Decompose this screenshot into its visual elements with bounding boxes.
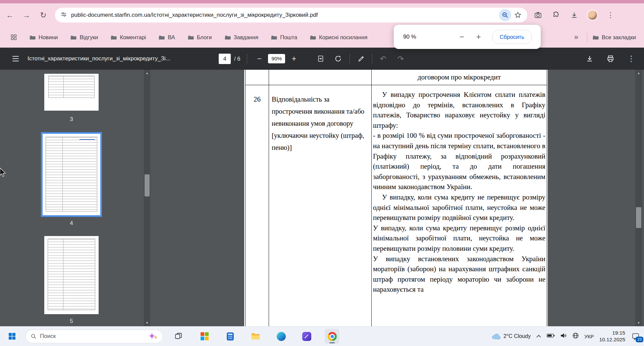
pdf-more-button[interactable]: ⋮ [624, 52, 639, 65]
page-zoom-indicator[interactable] [499, 9, 511, 21]
folder-icon [30, 35, 36, 40]
clock[interactable]: 19:15 10.12.2025 [599, 330, 625, 343]
notification-center-button[interactable]: 23 [631, 331, 641, 341]
volume-icon[interactable] [560, 333, 567, 340]
folder-icon [271, 35, 277, 40]
zoom-popup-minus-button[interactable]: − [454, 30, 469, 44]
thumbnail-page-3[interactable] [44, 74, 99, 111]
pdf-content-area: 3 4 5 ▲ ▼ договором про мікрокредит 26 [0, 70, 644, 326]
all-bookmarks-button[interactable]: Все закладки [593, 34, 636, 41]
page-number-input[interactable]: 4 [219, 54, 231, 64]
zoom-reset-button[interactable]: Сбросить [492, 30, 532, 44]
cloud-icon [491, 333, 501, 340]
bookmark-folder-komentari[interactable]: Коментарі [111, 34, 146, 41]
reload-button[interactable]: ↻ [36, 8, 50, 22]
chrome-browser-icon[interactable] [325, 329, 339, 344]
bookmark-folder-blohy[interactable]: Блоги [188, 34, 212, 41]
divider [350, 54, 350, 64]
thumbnail-label-5: 5 [44, 318, 99, 325]
scroll-down-icon[interactable]: ▼ [635, 320, 642, 326]
taskbar: Поиск [0, 326, 644, 346]
camera-icon[interactable] [531, 8, 545, 22]
tray-chevron-icon[interactable] [536, 333, 541, 339]
start-button[interactable] [5, 329, 19, 344]
tab-strip [0, 0, 644, 3]
row-number: 26 [245, 85, 269, 326]
pen-app-icon[interactable] [299, 329, 314, 344]
folder-icon [310, 35, 316, 40]
zoom-popup-value: 90 % [403, 34, 416, 40]
redo-button[interactable]: ↷ [395, 52, 406, 65]
bookmarks-overflow-button[interactable]: » [571, 33, 582, 42]
divider [587, 33, 587, 42]
back-button[interactable]: ← [3, 8, 17, 22]
scrollbar-thumb[interactable] [145, 174, 150, 196]
bookmarks-bar: Новини Відгуки Коментарі ВА Блоги Завдан… [0, 27, 644, 48]
table-row-26: 26 Відповідальність за прострочення вико… [245, 85, 547, 326]
browser-menu-button[interactable]: ⋮ [603, 8, 618, 22]
zoom-popup-plus-button[interactable]: + [471, 30, 486, 44]
bookmark-folder-poshta[interactable]: Пошта [271, 34, 297, 41]
notification-badge: 23 [636, 337, 643, 342]
row-content: У випадку прострочення Клієнтом сплати п… [372, 85, 547, 326]
task-view-button[interactable] [171, 329, 186, 344]
fit-page-icon[interactable] [315, 52, 326, 65]
paragraph: У випадку прострочення Клієнтом сплати п… [373, 90, 545, 130]
language-indicator[interactable]: УКР [584, 334, 594, 339]
folder-icon [593, 35, 599, 40]
row-label: Відповідальність за прострочення виконан… [269, 85, 372, 326]
calculator-icon[interactable] [223, 329, 237, 344]
bookmark-folder-novyny[interactable]: Новини [30, 34, 58, 41]
battery-icon[interactable] [547, 333, 555, 339]
scrollbar-thumb[interactable] [636, 207, 641, 228]
undo-button[interactable]: ↶ [378, 52, 388, 65]
microsoft-app-icon[interactable] [197, 329, 212, 344]
mouse-cursor [0, 168, 7, 179]
bookmark-folder-va[interactable]: ВА [159, 34, 175, 41]
bookmark-folder-zavdannia[interactable]: Завдання [225, 34, 259, 41]
file-explorer-icon[interactable] [248, 329, 263, 344]
menu-icon[interactable] [9, 52, 22, 65]
zoom-out-button[interactable]: − [254, 52, 265, 65]
avatar [587, 10, 598, 20]
site-info-icon[interactable] [60, 11, 67, 19]
download-icon[interactable] [582, 52, 597, 65]
paragraph: У випадку, коли сума кредиту перевищує р… [373, 223, 545, 254]
paragraph: - в розмірі 100 % від суми простроченої … [373, 130, 545, 192]
search-highlights-icon [148, 332, 158, 340]
main-scrollbar[interactable]: ▲ ▼ [635, 70, 642, 326]
address-bar[interactable]: public-document.starfin.com.ua/Істотні_х… [55, 8, 527, 22]
thumbnail-page-5[interactable] [44, 236, 99, 314]
print-icon[interactable] [603, 52, 618, 65]
paragraph: У випадку, коли сума кредиту не перевищу… [373, 192, 545, 223]
scroll-up-icon[interactable]: ▲ [144, 70, 150, 76]
scroll-up-icon[interactable]: ▲ [635, 70, 642, 76]
annotate-pencil-icon[interactable] [356, 52, 367, 65]
edge-browser-icon[interactable] [274, 329, 288, 344]
forward-button[interactable]: → [19, 8, 34, 22]
network-icon[interactable] [572, 332, 579, 340]
zoom-level[interactable]: 90% [268, 54, 285, 63]
taskbar-search-input[interactable]: Поиск [25, 330, 163, 343]
divider [372, 54, 372, 64]
apps-grid-icon[interactable] [8, 32, 19, 43]
pdf-title: Істотні_характеристики_послуги_зі_мікрок… [28, 55, 170, 62]
folder-icon [70, 35, 76, 40]
search-icon [31, 333, 37, 339]
folder-icon [159, 35, 165, 40]
divider [247, 54, 247, 64]
downloads-icon[interactable] [567, 8, 582, 22]
profile-avatar[interactable] [585, 8, 600, 22]
bookmark-folder-korysni[interactable]: Корисні посилання [310, 34, 367, 41]
scroll-down-icon[interactable]: ▼ [144, 320, 150, 326]
thumbnail-page-4-selected[interactable] [41, 132, 102, 217]
bookmark-star-icon[interactable] [511, 8, 525, 22]
folder-icon [225, 35, 231, 40]
thumbnail-label-3: 3 [44, 116, 99, 123]
sidebar-scrollbar[interactable]: ▲ ▼ [144, 70, 150, 326]
extensions-icon[interactable] [549, 8, 564, 22]
bookmark-folder-vidhuky[interactable]: Відгуки [70, 34, 98, 41]
weather-widget[interactable]: 2°C Cloudy [491, 333, 531, 340]
rotate-icon[interactable] [333, 52, 343, 65]
zoom-in-button[interactable]: + [288, 52, 299, 65]
